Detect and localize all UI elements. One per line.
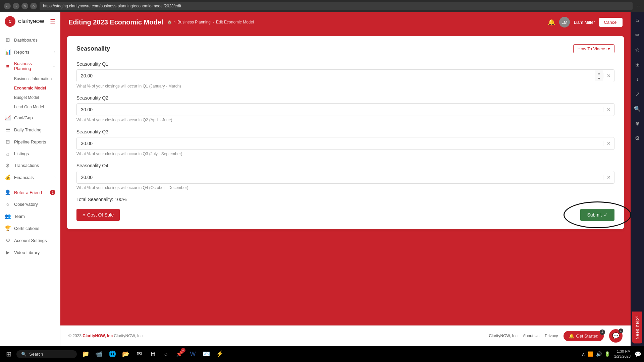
sidebar-item-observatory[interactable]: ○ Observatory — [0, 198, 60, 210]
q4-input[interactable] — [77, 171, 603, 183]
footer-link-about[interactable]: About Us — [523, 334, 539, 338]
sidebar-item-economic-model[interactable]: Economic Model — [0, 83, 60, 93]
taskbar-mail-icon[interactable]: ✉ — [133, 348, 145, 360]
chevron-up-icon[interactable]: ∧ — [582, 351, 585, 357]
sidebar-item-daily-tracking[interactable]: ☰ Daily Tracking — [0, 124, 60, 136]
q1-input-wrapper: ▲ ▼ ✕ — [76, 69, 614, 82]
taskbar-app3-icon[interactable]: ⚡ — [214, 348, 226, 360]
address-bar[interactable]: https://staging.claritynowre.com/busines… — [40, 2, 633, 10]
volume-icon[interactable]: 🔊 — [596, 351, 602, 357]
hamburger-menu[interactable]: ☰ — [50, 18, 55, 25]
sidebar-item-team[interactable]: 👥 Team — [0, 210, 60, 222]
right-toolbar: ⌂ ✏ ☆ ⊞ ↓ ↗ 🔍 ⊕ ⚙ Need help? — [631, 12, 644, 346]
taskbar: ⊞ 🔍 Search 📁 📹 🌐 📂 ✉ 🖥 ○ 📌 4 W 📧 ⚡ ∧ 📶 🔊… — [0, 346, 644, 362]
taskbar-time[interactable]: 1:30 PM 1/23/2023 — [614, 349, 631, 359]
download-toolbar-icon[interactable]: ↓ — [632, 74, 643, 84]
app-layout: C ClarityNOW ☰ ⊞ Dashboards 📊 Reports › … — [0, 12, 644, 346]
sidebar-item-business-planning[interactable]: ≡ Business Planning ⌄ — [0, 58, 60, 74]
back-button[interactable]: ← — [4, 3, 11, 9]
sidebar-item-business-information[interactable]: Business Information — [0, 74, 60, 83]
taskbar-right: ∧ 📶 🔊 🔋 1:30 PM 1/23/2023 💬 — [582, 349, 641, 359]
taskbar-badge: 4 — [181, 348, 185, 353]
taskbar-app1-icon[interactable]: ○ — [160, 348, 172, 360]
financials-icon: 💰 — [5, 174, 11, 180]
get-started-button[interactable]: 🔔 Get Started 4 — [564, 331, 604, 341]
footer-link-privacy[interactable]: Privacy — [545, 334, 558, 338]
chat-badge: 1 — [619, 328, 623, 333]
breadcrumb-business-planning[interactable]: Business Planning — [177, 20, 211, 24]
start-button[interactable]: ⊞ — [3, 348, 15, 360]
taskbar-teams-icon[interactable]: 📹 — [93, 348, 105, 360]
observatory-icon: ○ — [5, 201, 11, 207]
cancel-button[interactable]: Cancel — [599, 18, 623, 27]
sidebar-item-budget-model[interactable]: Budget Model — [0, 93, 60, 102]
pen-toolbar-icon[interactable]: ✏ — [632, 29, 643, 40]
sidebar-item-certifications[interactable]: 🏆 Certifications — [0, 222, 60, 234]
sidebar-item-financials[interactable]: 💰 Financials › — [0, 171, 60, 183]
search-icon: 🔍 — [21, 352, 26, 357]
refer-badge: 1 — [50, 190, 55, 195]
battery-icon[interactable]: 🔋 — [604, 351, 610, 357]
q1-decrement-button[interactable]: ▼ — [595, 76, 603, 81]
q1-percent-icon: ✕ — [603, 73, 614, 78]
sidebar-logo: C ClarityNOW ☰ — [0, 12, 60, 31]
cost-of-sale-button[interactable]: « Cost Of Sale — [76, 209, 120, 221]
footer-copyright: © 2023 ClarityNOW, Inc ClarityNOW, Inc — [68, 334, 143, 338]
network-icon[interactable]: 📶 — [588, 351, 593, 357]
home-toolbar-icon[interactable]: ⌂ — [632, 15, 643, 25]
taskbar-edge-icon[interactable]: 🌐 — [106, 348, 118, 360]
star-toolbar-icon[interactable]: ☆ — [632, 44, 643, 55]
sidebar-item-dashboards[interactable]: ⊞ Dashboards — [0, 34, 60, 46]
sidebar-item-pipeline-reports[interactable]: ⊟ Pipeline Reports — [0, 136, 60, 148]
taskbar-word-icon[interactable]: W — [187, 348, 199, 360]
home-button[interactable]: ⌂ — [30, 3, 37, 9]
submit-button[interactable]: Submit ✓ — [580, 209, 614, 221]
dashboards-icon: ⊞ — [5, 37, 11, 43]
sidebar-item-account-settings[interactable]: ⚙ Account Settings — [0, 234, 60, 246]
video-library-icon: ▶ — [5, 249, 11, 255]
sidebar-divider — [0, 185, 60, 185]
share-toolbar-icon[interactable]: ↗ — [632, 88, 643, 99]
submit-wrapper: Submit ✓ — [580, 209, 614, 221]
seasonality-q4-section: Seasonality Q4 ✕ What % of your closings… — [76, 163, 614, 190]
need-help-button[interactable]: Need help? — [632, 311, 642, 343]
taskbar-folder-icon[interactable]: 📂 — [120, 348, 132, 360]
total-seasonality: Total Seasonality: 100% — [76, 197, 614, 202]
sidebar-item-listings[interactable]: ⌂ Listings — [0, 148, 60, 160]
sidebar-item-refer-a-friend[interactable]: 👤 Refer a Friend 1 — [0, 186, 60, 198]
taskbar-file-explorer-icon[interactable]: 📁 — [79, 348, 92, 360]
sidebar-item-transactions[interactable]: $ Transactions — [0, 160, 60, 171]
home-icon[interactable]: 🏠 — [167, 20, 172, 24]
q3-input[interactable] — [77, 137, 603, 149]
grid-toolbar-icon[interactable]: ⊞ — [632, 59, 643, 70]
q2-input[interactable] — [77, 104, 603, 116]
forward-button[interactable]: → — [13, 3, 19, 9]
search-toolbar-icon[interactable]: 🔍 — [632, 103, 643, 114]
settings-toolbar-icon[interactable]: ⚙ — [632, 133, 643, 143]
q1-input[interactable] — [77, 70, 595, 82]
listings-icon: ⌂ — [5, 151, 11, 157]
taskbar-app2-icon[interactable]: 📌 4 — [173, 348, 185, 360]
tools-toolbar-icon[interactable]: ⊕ — [632, 118, 643, 129]
q3-percent-icon: ✕ — [603, 141, 614, 146]
taskbar-search[interactable]: 🔍 Search — [16, 350, 77, 358]
sidebar-item-reports[interactable]: 📊 Reports › — [0, 46, 60, 58]
notification-center-icon[interactable]: 💬 — [635, 351, 641, 357]
team-icon: 👥 — [5, 213, 11, 219]
taskbar-outlook-icon[interactable]: 📧 — [200, 348, 212, 360]
taskbar-dell-icon[interactable]: 🖥 — [147, 348, 159, 360]
notification-bell-icon[interactable]: 🔔 — [548, 18, 555, 26]
sidebar-item-lead-gen-model[interactable]: Lead Gen Model — [0, 102, 60, 112]
chat-button[interactable]: 💬 1 — [609, 329, 623, 343]
footer-link-claritynow[interactable]: ClarityNOW, Inc — [489, 334, 517, 338]
q1-increment-button[interactable]: ▲ — [595, 70, 603, 76]
sidebar-item-goal-gap[interactable]: 📈 Goal/Gap — [0, 112, 60, 124]
how-to-videos-button[interactable]: How To Videos ▾ — [573, 44, 614, 53]
footer-brand[interactable]: ClarityNOW, Inc — [83, 334, 113, 338]
q2-input-wrapper: ✕ — [76, 103, 614, 116]
business-planning-icon: ≡ — [5, 63, 11, 69]
header-right: 🔔 LM Liam Miller Cancel — [548, 17, 623, 27]
refresh-button[interactable]: ↻ — [21, 3, 28, 9]
daily-tracking-icon: ☰ — [5, 127, 11, 133]
sidebar-item-video-library[interactable]: ▶ Video Library — [0, 246, 60, 258]
